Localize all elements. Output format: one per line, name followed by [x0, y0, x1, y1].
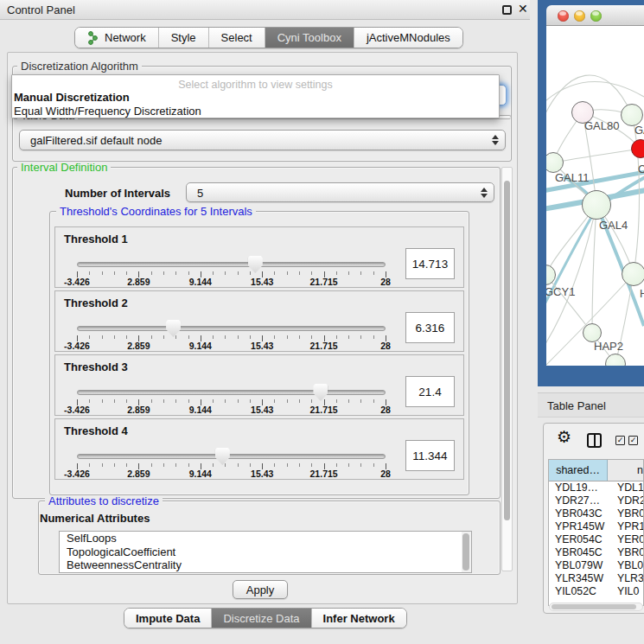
- slider-axis-labels: -3.4262.8599.14415.4321.71528: [77, 469, 386, 479]
- close-traffic-light[interactable]: [558, 10, 569, 22]
- thresholds-group-title: Threshold's Coordinates for 5 Intervals: [56, 206, 256, 217]
- node-label: GA: [634, 124, 644, 137]
- threshold-slider[interactable]: [77, 454, 386, 459]
- list-item[interactable]: SelfLoops: [60, 532, 471, 545]
- bottom-tab-bar: Impute Data Discretize Data Infer Networ…: [124, 608, 407, 628]
- tab-style[interactable]: Style: [159, 28, 209, 48]
- top-tab-bar: Network Style Select Cyni Toolbox jActiv…: [74, 27, 463, 48]
- interval-definition-title: Interval Definition: [17, 162, 111, 173]
- table-row[interactable]: YPR145WYPR1: [549, 520, 643, 533]
- slider-thumb[interactable]: [215, 448, 230, 465]
- network-node[interactable]: [582, 190, 611, 220]
- network-node[interactable]: [622, 262, 644, 286]
- slider-thumb[interactable]: [313, 384, 328, 401]
- slider-axis-labels: -3.4262.8599.14415.4321.71528: [77, 277, 386, 287]
- control-panel-titlebar: Control Panel ✕: [0, 0, 530, 20]
- algorithm-dropdown-popup: Select algorithm to view settings Manual…: [11, 74, 500, 118]
- zoom-traffic-light[interactable]: [590, 10, 602, 22]
- discretization-algorithm-title: Discretization Algorithm: [17, 61, 142, 72]
- threshold-box: Threshold 2-3.4262.8599.14415.4321.71528…: [54, 290, 464, 352]
- number-of-intervals-value: 5: [197, 186, 203, 199]
- column-header-shared-name[interactable]: shared…: [549, 460, 608, 481]
- attributes-scrollbar[interactable]: [462, 532, 471, 572]
- numerical-attributes-label: Numerical Attributes: [40, 512, 150, 525]
- threshold-label: Threshold 1: [64, 233, 128, 245]
- table-row[interactable]: YER054CYER0: [549, 533, 643, 546]
- table-row[interactable]: YBL079WYBL0: [549, 559, 643, 572]
- threshold-value-field[interactable]: 6.316: [405, 312, 455, 343]
- minimize-traffic-light[interactable]: [574, 10, 585, 22]
- panel-title: Control Panel: [7, 3, 75, 16]
- dropdown-hint: Select algorithm to view settings: [12, 79, 499, 91]
- list-item[interactable]: TopologicalCoefficient: [60, 545, 471, 559]
- node-label: GAL4: [599, 219, 628, 232]
- table-row[interactable]: YDL19…YDL1: [549, 481, 643, 494]
- checkbox-icon[interactable]: ✓: [628, 436, 638, 445]
- tab-discretize-data[interactable]: Discretize Data: [212, 609, 311, 628]
- threshold-slider[interactable]: [77, 390, 386, 395]
- close-icon[interactable]: ✕: [518, 2, 528, 16]
- node-label: GCY1: [546, 285, 575, 298]
- panel-scrollbar[interactable]: [501, 167, 513, 571]
- tab-network[interactable]: Network: [75, 28, 159, 48]
- gear-icon[interactable]: ⚙: [557, 429, 571, 445]
- table-row[interactable]: YBR043CYBR0: [549, 507, 643, 520]
- network-icon: [87, 31, 99, 45]
- slider-axis-labels: -3.4262.8599.14415.4321.71528: [77, 341, 386, 351]
- table-panel-title: Table Panel: [547, 399, 606, 412]
- threshold-slider[interactable]: [77, 262, 386, 267]
- number-of-intervals-combobox[interactable]: 5: [186, 182, 494, 202]
- node-attribute-table: shared… n YDL19…YDL1YDR27…YDR2YBR043CYBR…: [548, 459, 644, 606]
- slider-thumb[interactable]: [166, 320, 181, 337]
- threshold-box: Threshold 3-3.4262.8599.14415.4321.71528…: [54, 354, 464, 416]
- tab-jactivemnodules[interactable]: jActiveMNodules: [354, 28, 462, 48]
- node-label: GAL80: [584, 119, 619, 132]
- slider-axis-labels: -3.4262.8599.14415.4321.71528: [77, 405, 386, 415]
- tab-select[interactable]: Select: [209, 28, 265, 48]
- checkbox-icon[interactable]: ✓: [615, 436, 625, 445]
- tab-cyni-toolbox[interactable]: Cyni Toolbox: [265, 28, 354, 48]
- number-of-intervals-label: Number of Intervals: [65, 187, 170, 200]
- list-item[interactable]: BetweennessCentrality: [60, 558, 471, 572]
- threshold-slider[interactable]: [77, 326, 386, 331]
- node-label: C: [638, 163, 644, 175]
- table-row[interactable]: YBR045CYBR0: [549, 546, 643, 559]
- table-row[interactable]: YIL052CYIL0: [549, 585, 643, 598]
- node-label: HAP2: [594, 340, 623, 353]
- table-data-value: galFiltered.sif default node: [30, 134, 162, 147]
- threshold-label: Threshold 2: [64, 296, 128, 309]
- threshold-label: Threshold 3: [64, 360, 128, 373]
- apply-button[interactable]: Apply: [233, 580, 288, 599]
- tab-infer-network[interactable]: Infer Network: [312, 609, 406, 628]
- network-canvas[interactable]: GAL80GAL11GAL4GCY1HAP2GACH: [546, 26, 644, 366]
- table-row[interactable]: YLR345WYLR3: [549, 572, 643, 585]
- network-node-selected[interactable]: [631, 139, 644, 158]
- table-data-combobox[interactable]: galFiltered.sif default node: [19, 130, 506, 150]
- threshold-value-field[interactable]: 11.344: [405, 440, 455, 471]
- threshold-value-field[interactable]: 21.4: [405, 376, 455, 407]
- threshold-box: Threshold 4-3.4262.8599.14415.4321.71528…: [54, 418, 464, 480]
- combo-arrows-icon: [481, 188, 487, 198]
- combo-arrows-icon: [492, 135, 498, 145]
- table-panel-titlebar: Table Panel: [538, 392, 644, 418]
- network-window-titlebar[interactable]: [546, 5, 644, 26]
- slider-thumb[interactable]: [248, 256, 263, 273]
- table-row[interactable]: YDR27…YDR2: [549, 494, 643, 507]
- columns-icon[interactable]: [587, 433, 602, 448]
- tab-network-label: Network: [105, 31, 146, 44]
- numerical-attributes-list[interactable]: SelfLoops TopologicalCoefficient Between…: [59, 531, 472, 573]
- threshold-value-field[interactable]: 14.713: [405, 248, 455, 279]
- attributes-group-title: Attributes to discretize: [45, 495, 163, 507]
- node-label: GAL11: [555, 171, 590, 184]
- tab-impute-data[interactable]: Impute Data: [124, 609, 212, 628]
- table-horizontal-scrollbar[interactable]: [549, 603, 643, 611]
- node-label: H: [640, 287, 644, 300]
- option-equal-width-frequency[interactable]: Equal Width/Frequency Discretization: [14, 105, 201, 118]
- option-manual-discretization[interactable]: Manual Discretization: [14, 91, 130, 104]
- threshold-box: Threshold 1-3.4262.8599.14415.4321.71528…: [54, 226, 464, 288]
- network-view-window: GAL80GAL11GAL4GCY1HAP2GACH: [538, 0, 644, 386]
- threshold-label: Threshold 4: [64, 424, 128, 437]
- float-window-icon[interactable]: [502, 5, 512, 15]
- column-header-name[interactable]: n: [608, 460, 643, 481]
